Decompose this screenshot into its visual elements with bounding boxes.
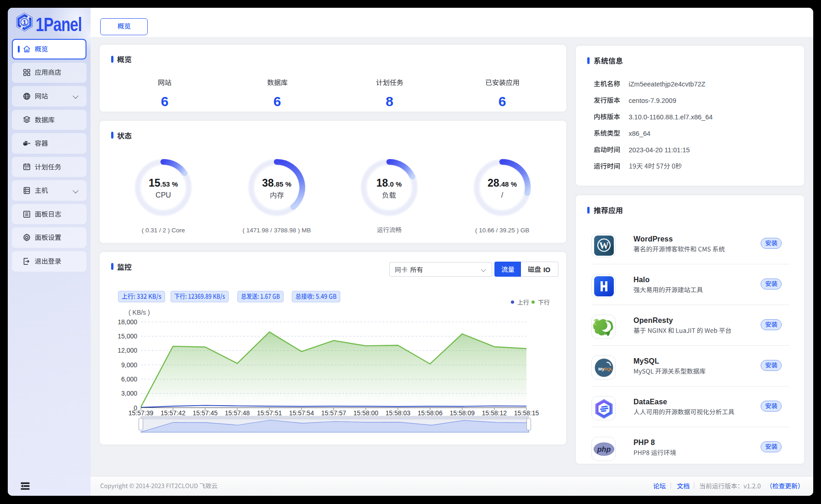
svg-text:15:57:42: 15:57:42 <box>161 409 186 417</box>
svg-text:15:58:09: 15:58:09 <box>450 409 475 417</box>
svg-text:15:57:39: 15:57:39 <box>129 409 154 417</box>
svg-text:15:57:48: 15:57:48 <box>225 409 250 417</box>
svg-text:12,000: 12,000 <box>118 347 137 354</box>
svg-text:1: 1 <box>22 19 26 26</box>
svg-text:15:58:00: 15:58:00 <box>354 409 379 417</box>
svg-text:php: php <box>597 445 611 453</box>
svg-text:15:58:03: 15:58:03 <box>386 409 411 417</box>
svg-text:W: W <box>599 240 609 251</box>
svg-text:15:58:12: 15:58:12 <box>482 409 507 417</box>
svg-text:15:57:54: 15:57:54 <box>289 409 314 417</box>
svg-text:15:58:06: 15:58:06 <box>418 409 443 417</box>
svg-text:15:57:51: 15:57:51 <box>257 409 282 417</box>
svg-text:( KB/s ): ( KB/s ) <box>129 309 150 316</box>
svg-text:18,000: 18,000 <box>118 318 137 326</box>
svg-text:SQL: SQL <box>604 366 613 371</box>
svg-text:3,000: 3,000 <box>121 390 137 397</box>
svg-text:15,000: 15,000 <box>118 332 137 340</box>
svg-text:6,000: 6,000 <box>121 375 137 383</box>
svg-text:15:57:57: 15:57:57 <box>321 409 346 417</box>
svg-text:15:58:15: 15:58:15 <box>514 409 539 417</box>
svg-text:9,000: 9,000 <box>121 361 137 369</box>
svg-text:15:57:45: 15:57:45 <box>193 409 218 417</box>
